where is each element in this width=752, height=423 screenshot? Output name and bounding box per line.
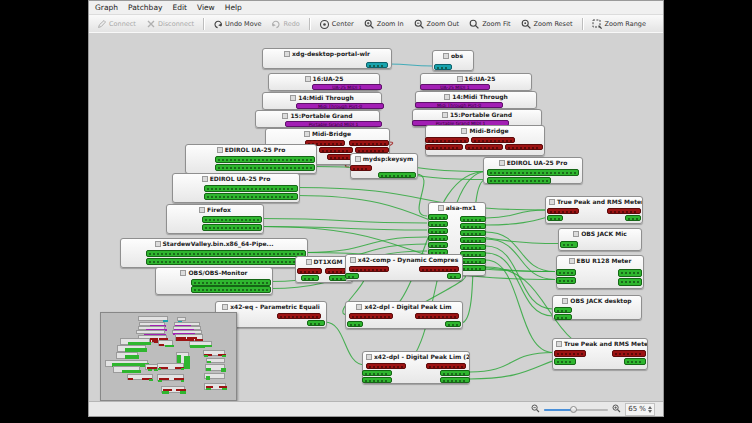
patch-canvas[interactable]: xdg-desktop-portal-wlrobs16:UA-25UA-25 M… — [89, 32, 663, 402]
port-out-1[interactable] — [204, 193, 298, 200]
zoom-slider-thumb[interactable] — [570, 406, 577, 413]
graph-node-xdg[interactable]: xdg-desktop-portal-wlr — [262, 48, 392, 69]
menu-edit[interactable]: Edit — [172, 3, 187, 12]
zoom-fit-button[interactable]: Zoom Fit — [465, 17, 514, 32]
port-out-14[interactable] — [460, 258, 486, 264]
zoom-slider[interactable] — [544, 405, 608, 414]
port-out-0[interactable] — [191, 279, 271, 286]
menu-view[interactable]: View — [197, 3, 215, 12]
port-in-0[interactable] — [349, 266, 389, 272]
port-out-11[interactable] — [460, 237, 486, 243]
undo-move-button[interactable]: Undo Move — [209, 17, 265, 31]
port-out-0[interactable]: Midi Through Port-0 — [296, 103, 384, 109]
port-in-1[interactable] — [277, 313, 321, 319]
graph-node-meter1[interactable]: True Peak and RMS Meter LM — [545, 196, 643, 224]
port-in-0[interactable] — [554, 307, 572, 313]
port-in-0[interactable]: UA-25 MIDI 1 — [420, 84, 490, 90]
zoom-reset-button[interactable]: Zoom Reset — [517, 17, 577, 32]
port-out-10[interactable] — [460, 230, 486, 236]
graph-node-sdv[interactable]: StardewValley.bin.x86_64-Pipe... — [120, 238, 308, 268]
port-out-5[interactable] — [440, 377, 470, 383]
port-in-0[interactable] — [349, 313, 393, 319]
zoom-out-button[interactable]: Zoom Out — [410, 17, 464, 32]
port-in-0[interactable] — [487, 169, 579, 176]
port-in-1[interactable] — [419, 266, 459, 272]
port-out-2[interactable] — [347, 321, 363, 327]
port-out-0[interactable] — [215, 156, 315, 163]
port-out-2[interactable] — [547, 215, 563, 221]
port-out-3[interactable] — [445, 321, 461, 327]
port-out-1[interactable] — [349, 140, 389, 146]
port-in-3[interactable] — [465, 144, 503, 150]
port-in-3[interactable] — [428, 235, 448, 241]
port-in-0[interactable] — [547, 208, 579, 214]
port-out-1[interactable] — [191, 286, 271, 293]
port-out-3[interactable] — [362, 377, 392, 383]
port-in-1[interactable] — [487, 177, 551, 184]
port-out-12[interactable] — [460, 244, 486, 250]
port-out-1[interactable] — [146, 258, 306, 265]
port-in-1[interactable] — [607, 208, 641, 214]
port-out-0[interactable]: Portable Grand MIDI 1 — [285, 121, 382, 127]
port-in-1[interactable] — [556, 277, 576, 284]
port-in-0[interactable] — [554, 350, 586, 357]
graph-node-ua25R[interactable]: 16:UA-25UA-25 MIDI 1 — [420, 73, 532, 91]
zoom-in-button[interactable]: Zoom In — [360, 17, 408, 32]
port-out-0[interactable] — [146, 250, 306, 257]
port-out-0[interactable] — [366, 62, 388, 68]
graph-node-pgrandL[interactable]: 15:Portable GrandPortable Grand MIDI 1 — [255, 110, 380, 128]
graph-node-obsmic[interactable]: OBS JACK Mic — [558, 228, 642, 251]
port-out-9[interactable] — [460, 223, 486, 229]
port-out-2[interactable] — [362, 370, 392, 376]
menu-help[interactable]: Help — [225, 3, 242, 12]
graph-node-mthruL[interactable]: 14:Midi ThroughMidi Through Port-0 — [262, 92, 382, 110]
graph-node-mydsp[interactable]: mydsp:keysym — [350, 153, 418, 179]
port-out-2[interactable] — [307, 320, 325, 326]
minimap[interactable] — [100, 312, 237, 401]
graph-node-comp[interactable]: x42-comp - Dynamic Compres — [345, 254, 463, 281]
zoom-percentage[interactable]: 65 % — [625, 403, 655, 416]
graph-node-ebu[interactable]: EBU R128 Meter — [556, 255, 644, 289]
port-out-3[interactable] — [624, 358, 646, 365]
port-in-0[interactable] — [297, 268, 322, 274]
port-in-1[interactable] — [471, 137, 515, 143]
port-in-1[interactable] — [554, 314, 572, 320]
port-out-3[interactable] — [319, 147, 353, 153]
port-out-1[interactable] — [202, 224, 262, 231]
graph-node-obstop[interactable]: obs — [432, 50, 474, 71]
port-in-1[interactable] — [415, 313, 459, 319]
port-out-8[interactable] — [460, 216, 486, 222]
port-in-0[interactable] — [425, 137, 469, 143]
graph-node-obsm[interactable]: OBS/OBS-Monitor — [155, 267, 273, 295]
port-out-1[interactable] — [378, 172, 416, 178]
port-in-0[interactable] — [434, 64, 452, 70]
port-out-1[interactable] — [215, 164, 315, 171]
port-in-0[interactable] — [366, 363, 406, 369]
graph-node-mthruR[interactable]: 14:Midi ThroughMidi Through Port-0 — [415, 91, 537, 109]
port-in-1[interactable] — [426, 363, 466, 369]
menu-patchbay[interactable]: Patchbay — [128, 3, 162, 12]
port-in-2[interactable] — [425, 144, 463, 150]
port-in-0[interactable] — [556, 269, 576, 276]
port-in-2[interactable] — [428, 228, 448, 234]
graph-node-ed2[interactable]: EDIROL UA-25 Pro — [172, 173, 300, 203]
graph-node-mbR[interactable]: Midi-Bridge — [425, 125, 545, 156]
graph-node-dpl1[interactable]: x42-dpl - Digital Peak Lim — [345, 301, 463, 329]
graph-node-ed1[interactable]: EDIROL UA-25 Pro — [185, 144, 317, 174]
port-out-15[interactable] — [460, 265, 486, 271]
port-out-0[interactable] — [202, 216, 262, 223]
zoom-range-button[interactable]: Zoom Range — [588, 17, 650, 32]
port-out-2[interactable] — [345, 273, 359, 279]
zoom-out-small-icon[interactable] — [531, 404, 540, 415]
port-out-3[interactable] — [618, 278, 642, 286]
graph-node-ffx[interactable]: Firefox — [166, 204, 264, 234]
center-button[interactable]: Center — [315, 17, 358, 32]
zoom-in-small-icon[interactable] — [612, 404, 621, 415]
port-in-0[interactable]: Midi Through Port-0 — [415, 102, 503, 108]
port-in-4[interactable] — [505, 144, 543, 150]
port-in-0[interactable] — [428, 214, 448, 220]
port-in-1[interactable] — [612, 350, 646, 357]
port-out-3[interactable] — [447, 273, 461, 279]
graph-node-edP[interactable]: EDIROL UA-25 Pro — [483, 157, 583, 184]
port-out-4[interactable] — [440, 370, 470, 376]
